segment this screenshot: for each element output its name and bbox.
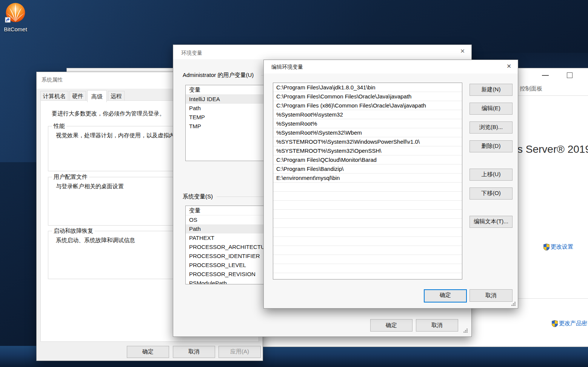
ok-button[interactable]: 确定 — [127, 346, 169, 358]
uac-shield-icon — [543, 244, 550, 250]
system-variables-group-label: 系统变量(S) — [183, 193, 213, 200]
change-settings-link[interactable]: 更改设置 — [543, 243, 573, 250]
edit-environment-variable-dialog: 编辑环境变量 × C:\Program Files\Java\jdk1.8.0_… — [263, 60, 518, 309]
tab-hardware[interactable]: 硬件 — [69, 91, 86, 101]
tab-computer-name[interactable]: 计算机名 — [40, 91, 68, 101]
tab-remote[interactable]: 远程 — [108, 91, 125, 101]
tab-bar: 计算机名 硬件 高级 远程 — [40, 90, 125, 101]
os-edition-text: s Server® 2019 — [517, 143, 588, 155]
new-button[interactable]: 新建(N) — [469, 84, 513, 96]
browse-button[interactable]: 浏览(B)... — [469, 121, 513, 134]
path-entries-list: C:\Program Files\Java\jdk1.8.0_341\binC:… — [273, 83, 462, 279]
cancel-button[interactable]: 取消 — [416, 319, 458, 332]
path-entry[interactable]: %SYSTEMROOT%\System32\WindowsPowerShell\… — [273, 137, 462, 146]
path-entry[interactable]: %SystemRoot%\system32 — [273, 110, 462, 119]
bitcomet-shortcut[interactable]: BitComet — [2, 2, 29, 32]
dialog-title: 环境变量 — [181, 50, 202, 57]
apply-button[interactable]: 应用(A) — [219, 346, 261, 358]
edit-text-button[interactable]: 编辑文本(T)... — [469, 216, 513, 228]
admin-note: 要进行大多数更改，你必须作为管理员登录。 — [52, 110, 165, 117]
group-desc: 与登录帐户相关的桌面设置 — [56, 183, 124, 190]
path-entry[interactable]: %SystemRoot% — [273, 119, 462, 128]
ok-button[interactable]: 确定 — [424, 289, 467, 303]
move-up-button[interactable]: 上移(U) — [469, 169, 513, 181]
close-icon[interactable]: × — [454, 45, 471, 57]
group-desc: 系统启动、系统故障和调试信息 — [56, 237, 135, 244]
group-desc: 视觉效果，处理器计划，内存使用，以及虚拟内存 — [56, 132, 180, 139]
breadcrumb[interactable]: 控制面板 — [520, 85, 542, 92]
uac-shield-icon — [552, 320, 558, 327]
group-title: 启动和故障恢复 — [52, 227, 95, 235]
delete-button[interactable]: 删除(D) — [469, 140, 513, 152]
group-title: 用户配置文件 — [52, 174, 89, 181]
change-settings-label: 更改设置 — [551, 243, 573, 250]
group-title: 性能 — [52, 123, 66, 130]
desktop: BitComet 控制面板 s Server® 2019 更改设置 — [0, 0, 588, 367]
path-entry[interactable]: C:\Program Files\Bandizip\ — [273, 164, 462, 174]
move-down-button[interactable]: 下移(O) — [469, 187, 513, 200]
shortcut-arrow-badge — [5, 17, 11, 23]
ok-button[interactable]: 确定 — [370, 319, 413, 332]
close-icon[interactable]: × — [500, 60, 517, 72]
tab-advanced[interactable]: 高级 — [87, 90, 107, 102]
bitcomet-icon — [5, 2, 26, 24]
change-product-key-label: 更改产品密 — [559, 320, 587, 327]
user-variables-group-label: Administrator 的用户变量(U) — [183, 72, 254, 79]
dialog-title: 编辑环境变量 — [271, 64, 303, 71]
resize-grip[interactable] — [511, 302, 513, 303]
change-product-key-link[interactable]: 更改产品密 — [552, 320, 587, 327]
path-entry[interactable]: C:\Program Files (x86)\Common Files\Orac… — [273, 101, 462, 110]
edit-button[interactable]: 编辑(E) — [469, 103, 513, 115]
minimize-icon[interactable] — [542, 75, 549, 76]
path-entry[interactable]: C:\Program Files\Java\jdk1.8.0_341\bin — [273, 83, 462, 92]
dialog-title: 系统属性 — [42, 77, 63, 83]
maximize-icon[interactable] — [567, 72, 573, 78]
path-entry[interactable]: C:\Program Files\Common Files\Oracle\Jav… — [273, 92, 462, 101]
path-entry[interactable]: E:\environment\mysql\bin — [273, 174, 462, 183]
cancel-button[interactable]: 取消 — [173, 346, 215, 358]
path-entry[interactable]: %SystemRoot%\System32\Wbem — [273, 128, 462, 137]
titlebar[interactable] — [173, 45, 471, 59]
shortcut-label: BitComet — [2, 26, 29, 32]
path-entry[interactable]: %SYSTEMROOT%\System32\OpenSSH\ — [273, 146, 462, 155]
resize-grip[interactable] — [463, 329, 465, 330]
cancel-button[interactable]: 取消 — [469, 289, 513, 302]
path-entry[interactable]: C:\Program Files\QCloud\Monitor\Barad — [273, 155, 462, 164]
